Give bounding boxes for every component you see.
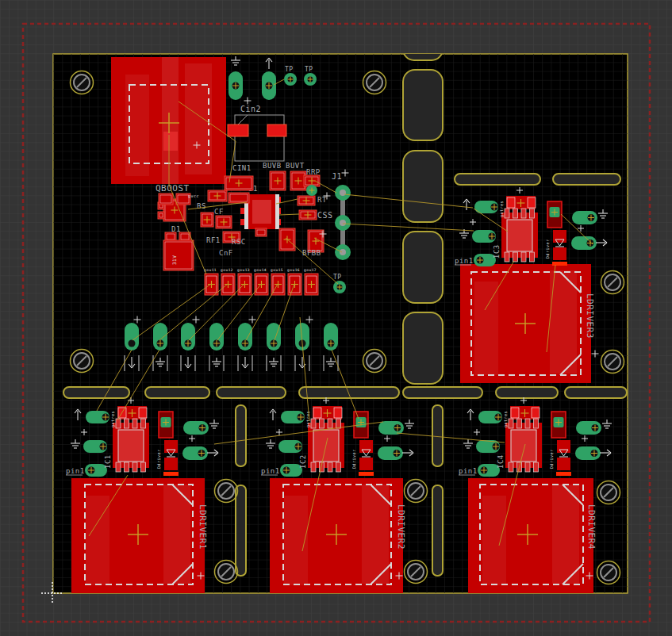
pcb-layout-drawing[interactable]: QBOOSTLDRIVER1LDRIVER2LDRIVER4LDRIVER3Ci… bbox=[0, 0, 672, 636]
through-hole-pad-group[interactable] bbox=[209, 323, 224, 351]
diode-pad[interactable] bbox=[557, 458, 570, 470]
keepout-shape[interactable] bbox=[432, 485, 443, 576]
through-hole-pad-group[interactable] bbox=[238, 323, 252, 351]
mounting-hole[interactable] bbox=[363, 71, 386, 94]
mounting-hole[interactable] bbox=[215, 561, 238, 584]
component-label[interactable]: CF bbox=[214, 208, 224, 216]
diode-pad[interactable] bbox=[164, 458, 178, 470]
component-label-ldriver3[interactable]: LDRIVER3 bbox=[585, 293, 595, 339]
keepout-shape[interactable] bbox=[432, 405, 443, 466]
mounting-hole[interactable] bbox=[405, 561, 428, 584]
smd-pad[interactable] bbox=[528, 197, 536, 208]
smd-body[interactable] bbox=[163, 240, 194, 270]
keepout-shape[interactable] bbox=[403, 232, 443, 303]
big-pad-ldriver3[interactable]: LDRIVER3 bbox=[460, 264, 595, 383]
smd-component[interactable] bbox=[228, 193, 249, 203]
through-hole-pad-group[interactable] bbox=[125, 323, 139, 351]
big-pad-ldriver4[interactable]: LDRIVER4 bbox=[468, 478, 597, 593]
through-hole-pad-group[interactable] bbox=[228, 71, 243, 100]
component-label-ddriver[interactable]: Ddriver bbox=[549, 449, 554, 469]
mounting-hole[interactable] bbox=[405, 480, 428, 503]
component-label-ddriver[interactable]: Ddriver bbox=[351, 449, 356, 469]
diode-pad[interactable] bbox=[557, 440, 570, 453]
smd-component[interactable] bbox=[255, 228, 267, 236]
component-label-ic2[interactable]: IC2 bbox=[299, 454, 307, 469]
keepout-shape[interactable] bbox=[145, 387, 209, 398]
mounting-hole[interactable] bbox=[71, 350, 94, 373]
component-label-qboost[interactable]: QBOOST bbox=[156, 183, 190, 193]
smd-body[interactable] bbox=[158, 212, 164, 219]
component-label-ic3[interactable]: IC3 bbox=[493, 244, 501, 259]
component-label[interactable]: CnF bbox=[219, 249, 233, 257]
component-label[interactable]: RT bbox=[317, 196, 327, 204]
component-label-ldriver1[interactable]: LDRIVER1 bbox=[198, 504, 208, 550]
mounting-hole[interactable] bbox=[597, 481, 620, 504]
big-pad-ldriver2[interactable]: LDRIVER2 bbox=[270, 478, 406, 593]
tp-label[interactable]: TP bbox=[305, 66, 313, 73]
smd-component[interactable] bbox=[298, 196, 315, 205]
component-label-ic1[interactable]: IC1 bbox=[104, 454, 112, 469]
component-label[interactable]: BFBB bbox=[302, 249, 321, 257]
smd-pad[interactable] bbox=[334, 408, 342, 418]
component-label[interactable]: BS bbox=[197, 202, 206, 210]
pin1-label[interactable]: pin1 bbox=[261, 467, 280, 475]
component-label-cin2[interactable]: Cin2 bbox=[240, 105, 261, 113]
smd-pad[interactable] bbox=[313, 408, 321, 418]
diode-pad[interactable] bbox=[553, 230, 566, 243]
component-label[interactable]: CIN1 bbox=[232, 164, 252, 172]
diode-pad[interactable] bbox=[553, 247, 566, 260]
component-label-ldriver2[interactable]: LDRIVER2 bbox=[396, 504, 406, 550]
keepout-shape[interactable] bbox=[63, 387, 129, 398]
component-label-ldriver4[interactable]: LDRIVER4 bbox=[586, 504, 597, 550]
smd-pad[interactable] bbox=[139, 408, 147, 418]
big-pad-ldriver1[interactable]: LDRIVER1 bbox=[71, 478, 208, 593]
smd-pad[interactable] bbox=[507, 197, 515, 208]
keepout-shape[interactable] bbox=[565, 387, 627, 398]
keepout-shape[interactable] bbox=[403, 151, 443, 222]
component-label-j1[interactable]: J1 bbox=[332, 172, 342, 181]
keepout-shape[interactable] bbox=[217, 387, 286, 398]
diode-pad[interactable] bbox=[359, 458, 373, 470]
mounting-hole[interactable] bbox=[601, 351, 624, 374]
smd-component[interactable] bbox=[179, 232, 190, 241]
smd-component[interactable] bbox=[158, 212, 164, 219]
smd-component[interactable] bbox=[304, 175, 320, 186]
through-hole-pad-group[interactable] bbox=[181, 323, 195, 351]
component-label-ddriver[interactable]: Ddriver bbox=[545, 239, 550, 259]
keepout-shape[interactable] bbox=[403, 387, 482, 398]
smd-component[interactable] bbox=[208, 190, 227, 201]
smd-component[interactable] bbox=[216, 216, 232, 228]
tp-label[interactable]: TP bbox=[285, 66, 294, 73]
smd-component[interactable] bbox=[225, 176, 253, 190]
smd-component[interactable] bbox=[201, 213, 213, 227]
mounting-hole[interactable] bbox=[363, 350, 386, 373]
component-label[interactable]: RRP bbox=[306, 168, 321, 176]
diode-pad[interactable] bbox=[359, 440, 373, 453]
component-label[interactable]: RF1 bbox=[206, 236, 221, 244]
mounting-hole[interactable] bbox=[601, 271, 624, 294]
keepout-shape[interactable] bbox=[403, 70, 443, 140]
pcb-editor-canvas[interactable]: QBOOSTLDRIVER1LDRIVER2LDRIVER4LDRIVER3Ci… bbox=[0, 0, 672, 636]
tp-label[interactable]: TP bbox=[333, 274, 342, 281]
through-hole-pad-group[interactable] bbox=[153, 323, 167, 351]
keepout-shape[interactable] bbox=[553, 174, 620, 185]
mounting-hole[interactable] bbox=[215, 480, 238, 503]
smd-pad[interactable] bbox=[228, 125, 248, 136]
keepout-shape[interactable] bbox=[496, 387, 558, 398]
pin1-label[interactable]: pin1 bbox=[459, 467, 478, 475]
component-label[interactable]: RSC bbox=[232, 238, 246, 246]
keepout-shape[interactable] bbox=[236, 405, 246, 466]
through-hole-pad-group[interactable] bbox=[324, 323, 338, 351]
keepout-shape[interactable] bbox=[403, 312, 443, 384]
smd-component[interactable] bbox=[165, 232, 176, 241]
mounting-hole[interactable] bbox=[597, 561, 620, 584]
through-hole-pad-group[interactable] bbox=[262, 71, 276, 100]
diode-pad[interactable] bbox=[164, 440, 178, 453]
big-pad-qboost[interactable]: QBOOST bbox=[111, 57, 226, 193]
smd-pad[interactable] bbox=[267, 125, 286, 136]
component-label-ddriver[interactable]: Ddriver bbox=[156, 449, 161, 469]
keepout-shape[interactable] bbox=[299, 387, 399, 398]
keepout-shape[interactable] bbox=[236, 485, 246, 576]
smd-pad[interactable] bbox=[532, 408, 540, 418]
keepout-shape[interactable] bbox=[455, 174, 540, 185]
